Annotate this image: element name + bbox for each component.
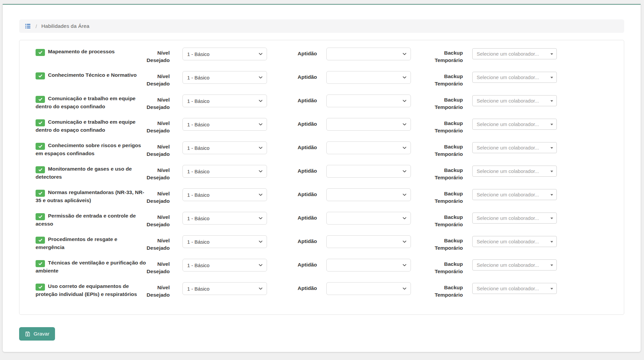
nivel-desejado-select[interactable]: 1 - Básico bbox=[182, 118, 267, 131]
skill-row: Comunicação e trabalho em equipe dentro … bbox=[36, 118, 610, 137]
aptidao-label: Aptidão bbox=[267, 188, 326, 198]
checkbox-checked-icon[interactable] bbox=[36, 119, 45, 126]
aptidao-select-wrap bbox=[326, 212, 411, 225]
dropdown-arrow-icon bbox=[550, 147, 553, 149]
skill-row: Conhecimento Técnico e Normativo Nível D… bbox=[36, 71, 610, 90]
skill-cell: Conhecimento sobre riscos e perigos em e… bbox=[36, 141, 146, 157]
nivel-desejado-label: Nível Desejado bbox=[146, 95, 182, 111]
aptidao-select[interactable] bbox=[326, 235, 411, 248]
skill-cell: Procedimentos de resgate e emergência bbox=[36, 235, 146, 251]
nivel-desejado-label: Nível Desejado bbox=[146, 235, 182, 252]
aptidao-label: Aptidão bbox=[267, 212, 326, 222]
backup-temporario-label: Backup Temporário bbox=[412, 71, 472, 87]
checkbox-checked-icon[interactable] bbox=[36, 260, 45, 267]
checkbox-checked-icon[interactable] bbox=[36, 213, 45, 220]
checkbox-checked-icon[interactable] bbox=[36, 96, 45, 103]
skill-name: Comunicação e trabalho em equipe dentro … bbox=[36, 96, 136, 109]
backup-colaborador-select[interactable]: Selecione um colaborador... bbox=[472, 48, 557, 59]
aptidao-select[interactable] bbox=[326, 48, 411, 60]
backup-temporario-label: Backup Temporário bbox=[412, 282, 472, 299]
nivel-desejado-select[interactable]: 1 - Básico bbox=[182, 95, 267, 107]
checkbox-checked-icon[interactable] bbox=[36, 284, 45, 291]
backup-colaborador-select[interactable]: Selecione um colaborador... bbox=[472, 72, 557, 83]
backup-colaborador-select[interactable]: Selecione um colaborador... bbox=[472, 142, 557, 153]
backup-colaborador-select[interactable]: Selecione um colaborador... bbox=[472, 259, 557, 271]
nivel-select-wrap: 1 - Básico bbox=[182, 282, 267, 295]
backup-select-placeholder: Selecione um colaborador... bbox=[477, 74, 539, 80]
backup-select-placeholder: Selecione um colaborador... bbox=[477, 192, 539, 197]
nivel-desejado-select[interactable]: 1 - Básico bbox=[182, 48, 267, 60]
skill-row: Uso correto de equipamentos de proteção … bbox=[36, 282, 610, 301]
backup-colaborador-select[interactable]: Selecione um colaborador... bbox=[472, 213, 557, 224]
skill-name: Monitoramento de gases e uso de detector… bbox=[36, 166, 132, 180]
page-title: Habilidades da Área bbox=[41, 23, 89, 29]
aptidao-label: Aptidão bbox=[267, 141, 326, 151]
checkbox-checked-icon[interactable] bbox=[36, 72, 45, 79]
backup-select-placeholder: Selecione um colaborador... bbox=[477, 98, 539, 104]
backup-select-placeholder: Selecione um colaborador... bbox=[477, 121, 539, 127]
aptidao-select[interactable] bbox=[326, 165, 411, 178]
backup-select-placeholder: Selecione um colaborador... bbox=[477, 145, 539, 151]
list-icon[interactable] bbox=[24, 23, 31, 29]
nivel-desejado-select[interactable]: 1 - Básico bbox=[182, 71, 267, 84]
skill-cell: Conhecimento Técnico e Normativo bbox=[36, 71, 146, 79]
save-button-label: Gravar bbox=[34, 331, 49, 337]
skill-row: Procedimentos de resgate e emergência Ní… bbox=[36, 235, 610, 254]
aptidao-select[interactable] bbox=[326, 71, 411, 84]
checkbox-checked-icon[interactable] bbox=[36, 166, 45, 173]
checkbox-checked-icon[interactable] bbox=[36, 49, 45, 56]
save-button[interactable]: Gravar bbox=[19, 327, 55, 341]
checkbox-checked-icon[interactable] bbox=[36, 190, 45, 197]
aptidao-select[interactable] bbox=[326, 118, 411, 131]
nivel-desejado-label: Nível Desejado bbox=[146, 48, 182, 64]
backup-temporario-label: Backup Temporário bbox=[412, 235, 472, 252]
nivel-desejado-select[interactable]: 1 - Básico bbox=[182, 212, 267, 225]
nivel-select-wrap: 1 - Básico bbox=[182, 141, 267, 154]
checkbox-checked-icon[interactable] bbox=[36, 237, 45, 244]
skill-cell: Permissão de entrada e controle de acess… bbox=[36, 212, 146, 227]
backup-temporario-label: Backup Temporário bbox=[412, 212, 472, 228]
skill-row: Permissão de entrada e controle de acess… bbox=[36, 212, 610, 231]
nivel-select-wrap: 1 - Básico bbox=[182, 212, 267, 225]
skill-name: Conhecimento sobre riscos e perigos em e… bbox=[36, 142, 141, 156]
skill-cell: Uso correto de equipamentos de proteção … bbox=[36, 282, 146, 298]
breadcrumb: / Habilidades da Área bbox=[19, 19, 624, 33]
backup-colaborador-select[interactable]: Selecione um colaborador... bbox=[472, 283, 557, 294]
checkbox-checked-icon[interactable] bbox=[36, 143, 45, 150]
nivel-desejado-select[interactable]: 1 - Básico bbox=[182, 188, 267, 201]
aptidao-select-wrap bbox=[326, 141, 411, 154]
nivel-select-wrap: 1 - Básico bbox=[182, 259, 267, 272]
nivel-desejado-select[interactable]: 1 - Básico bbox=[182, 165, 267, 178]
skill-name: Técnicas de ventilação e purificação do … bbox=[36, 260, 146, 274]
backup-colaborador-select[interactable]: Selecione um colaborador... bbox=[472, 119, 557, 130]
aptidao-select[interactable] bbox=[326, 212, 411, 225]
aptidao-select-wrap bbox=[326, 95, 411, 107]
aptidao-label: Aptidão bbox=[267, 48, 326, 57]
backup-select-placeholder: Selecione um colaborador... bbox=[477, 51, 539, 57]
backup-temporario-label: Backup Temporário bbox=[412, 188, 472, 205]
skill-row: Normas regulamentadoras (NR-33, NR-35 e … bbox=[36, 188, 610, 207]
backup-temporario-label: Backup Temporário bbox=[412, 141, 472, 158]
aptidao-label: Aptidão bbox=[267, 165, 326, 175]
backup-colaborador-select[interactable]: Selecione um colaborador... bbox=[472, 236, 557, 247]
nivel-desejado-select[interactable]: 1 - Básico bbox=[182, 259, 267, 272]
backup-colaborador-select[interactable]: Selecione um colaborador... bbox=[472, 166, 557, 177]
backup-temporario-label: Backup Temporário bbox=[412, 95, 472, 111]
nivel-desejado-select[interactable]: 1 - Básico bbox=[182, 282, 267, 295]
dropdown-arrow-icon bbox=[550, 288, 553, 290]
aptidao-select[interactable] bbox=[326, 141, 411, 154]
aptidao-select-wrap bbox=[326, 71, 411, 84]
backup-temporario-label: Backup Temporário bbox=[412, 118, 472, 134]
aptidao-select[interactable] bbox=[326, 259, 411, 272]
backup-select-placeholder: Selecione um colaborador... bbox=[477, 168, 539, 174]
aptidao-select[interactable] bbox=[326, 282, 411, 295]
backup-colaborador-select[interactable]: Selecione um colaborador... bbox=[472, 189, 557, 200]
dropdown-arrow-icon bbox=[550, 171, 553, 172]
nivel-desejado-select[interactable]: 1 - Básico bbox=[182, 141, 267, 154]
aptidao-select[interactable] bbox=[326, 95, 411, 107]
aptidao-select[interactable] bbox=[326, 188, 411, 201]
backup-colaborador-select[interactable]: Selecione um colaborador... bbox=[472, 95, 557, 106]
skill-row: Mapeamento de processos Nível Desejado 1… bbox=[36, 48, 610, 67]
backup-temporario-label: Backup Temporário bbox=[412, 259, 472, 275]
nivel-desejado-select[interactable]: 1 - Básico bbox=[182, 235, 267, 248]
